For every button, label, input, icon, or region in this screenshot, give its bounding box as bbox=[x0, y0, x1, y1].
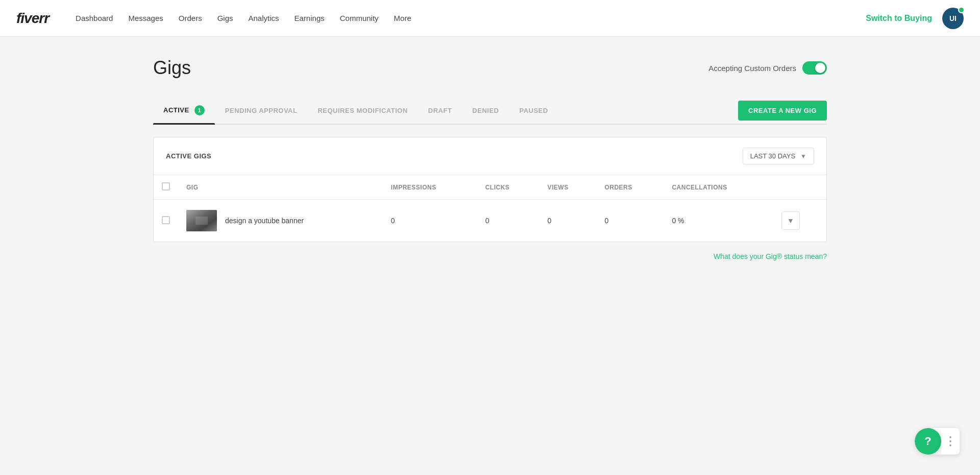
nav-item-messages[interactable]: Messages bbox=[122, 10, 169, 27]
table-row: design a youtube banner 0 0 0 0 0 % ▼ bbox=[154, 200, 826, 242]
row-checkbox-cell bbox=[154, 200, 178, 242]
row-actions-cell: ▼ bbox=[773, 200, 826, 242]
tabs-container: ACTIVE 1 PENDING APPROVAL REQUIRES MODIF… bbox=[153, 97, 827, 125]
table-header-row: GIG IMPRESSIONS CLICKS VIEWS ORDERS CANC… bbox=[154, 175, 826, 200]
nav-item-more[interactable]: More bbox=[388, 10, 418, 27]
row-clicks-cell: 0 bbox=[477, 200, 540, 242]
col-header-cancellations: CANCELLATIONS bbox=[664, 175, 773, 200]
page-container: Gigs Accepting Custom Orders ACTIVE 1 PE… bbox=[122, 37, 857, 281]
col-header-checkbox bbox=[154, 175, 178, 200]
gigs-card: ACTIVE GIGS LAST 30 DAYS ▼ GIG IMPRESSIO… bbox=[153, 137, 827, 242]
tab-pending-approval[interactable]: PENDING APPROVAL bbox=[215, 99, 308, 123]
gigs-card-title: ACTIVE GIGS bbox=[166, 152, 211, 160]
header-actions: Switch to Buying UI bbox=[866, 8, 964, 29]
chevron-down-icon: ▼ bbox=[800, 153, 806, 160]
gig-cell: design a youtube banner bbox=[186, 210, 375, 231]
tab-requires-modification[interactable]: REQUIRES MODIFICATION bbox=[307, 99, 418, 123]
page-header: Gigs Accepting Custom Orders bbox=[153, 57, 827, 79]
gig-status-link[interactable]: What does your Gig® status mean? bbox=[153, 252, 827, 260]
create-gig-button[interactable]: CREATE A NEW GIG bbox=[738, 101, 827, 121]
toggle-knob bbox=[815, 63, 825, 73]
gigs-card-header: ACTIVE GIGS LAST 30 DAYS ▼ bbox=[154, 137, 826, 175]
tabs: ACTIVE 1 PENDING APPROVAL REQUIRES MODIF… bbox=[153, 97, 558, 124]
row-views-cell: 0 bbox=[540, 200, 597, 242]
tab-active[interactable]: ACTIVE 1 bbox=[153, 97, 215, 124]
switch-to-buying-link[interactable]: Switch to Buying bbox=[866, 14, 932, 23]
tab-denied[interactable]: DENIED bbox=[462, 99, 509, 123]
period-dropdown[interactable]: LAST 30 DAYS ▼ bbox=[743, 148, 814, 164]
tab-paused[interactable]: PAUSED bbox=[509, 99, 558, 123]
row-checkbox[interactable] bbox=[162, 216, 170, 224]
row-gig-cell: design a youtube banner bbox=[178, 200, 383, 242]
col-header-orders: ORDERS bbox=[596, 175, 664, 200]
gig-thumbnail bbox=[186, 210, 217, 231]
nav-item-orders[interactable]: Orders bbox=[173, 10, 208, 27]
row-action-dropdown[interactable]: ▼ bbox=[781, 211, 800, 230]
logo-text: fiverr bbox=[16, 10, 49, 26]
chevron-down-icon: ▼ bbox=[787, 217, 794, 225]
row-impressions-cell: 0 bbox=[383, 200, 477, 242]
nav-item-dashboard[interactable]: Dashboard bbox=[69, 10, 119, 27]
col-header-clicks: CLICKS bbox=[477, 175, 540, 200]
col-header-impressions: IMPRESSIONS bbox=[383, 175, 477, 200]
avatar-notification-badge bbox=[958, 7, 965, 13]
custom-orders-label: Accepting Custom Orders bbox=[708, 64, 796, 73]
custom-orders-toggle-switch[interactable] bbox=[802, 61, 827, 75]
nav-item-analytics[interactable]: Analytics bbox=[242, 10, 285, 27]
avatar-initials: UI bbox=[949, 14, 957, 22]
gig-title[interactable]: design a youtube banner bbox=[225, 217, 304, 225]
gigs-table: GIG IMPRESSIONS CLICKS VIEWS ORDERS CANC… bbox=[154, 175, 826, 242]
period-label: LAST 30 DAYS bbox=[750, 152, 795, 160]
main-nav: Dashboard Messages Orders Gigs Analytics… bbox=[69, 10, 866, 27]
page-title: Gigs bbox=[153, 57, 191, 79]
nav-item-community[interactable]: Community bbox=[334, 10, 385, 27]
avatar[interactable]: UI bbox=[942, 8, 964, 29]
tab-draft[interactable]: DRAFT bbox=[418, 99, 462, 123]
logo[interactable]: fiverr bbox=[16, 10, 49, 27]
col-header-views: VIEWS bbox=[540, 175, 597, 200]
col-header-actions bbox=[773, 175, 826, 200]
row-cancellations-cell: 0 % bbox=[664, 200, 773, 242]
col-header-gig: GIG bbox=[178, 175, 383, 200]
select-all-checkbox[interactable] bbox=[162, 182, 170, 191]
tab-active-badge: 1 bbox=[194, 105, 205, 115]
nav-item-gigs[interactable]: Gigs bbox=[211, 10, 239, 27]
custom-orders-toggle: Accepting Custom Orders bbox=[708, 61, 827, 75]
row-orders-cell: 0 bbox=[596, 200, 664, 242]
nav-item-earnings[interactable]: Earnings bbox=[288, 10, 331, 27]
header: fiverr Dashboard Messages Orders Gigs An… bbox=[0, 0, 980, 37]
